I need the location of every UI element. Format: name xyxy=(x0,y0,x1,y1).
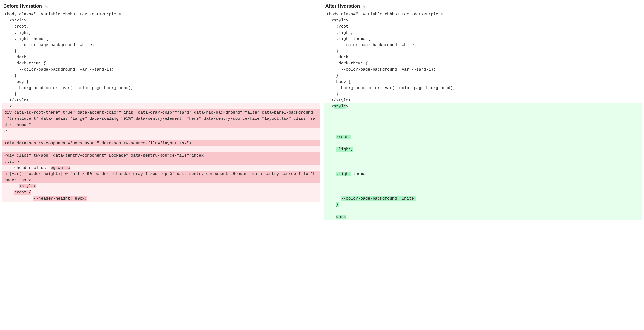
diff-container: Before Hydration <body class="__variable… xyxy=(0,0,644,330)
code-line xyxy=(324,208,642,214)
code-line: <style> xyxy=(324,17,642,23)
code-line: :root { xyxy=(2,189,320,195)
code-line xyxy=(324,140,642,146)
after-title: After Hydration xyxy=(325,3,360,9)
after-pane: After Hydration <body class="__variable_… xyxy=(322,0,644,330)
code-line: background-color: var(--color-page-backg… xyxy=(2,85,320,91)
code-line: <header class="bg-white xyxy=(2,165,320,171)
code-line: } xyxy=(2,73,320,79)
code-line: <style> xyxy=(2,17,320,23)
code-line: background-color: var(--color-page-backg… xyxy=(324,85,642,91)
code-line: --color-page-background: var(--sand-1); xyxy=(2,66,320,73)
code-line: .light-theme { xyxy=(324,36,642,42)
code-line xyxy=(324,128,642,134)
code-line: .light, xyxy=(324,146,642,152)
code-line: body { xyxy=(324,79,642,85)
code-line: :root, xyxy=(324,134,642,140)
code-line: .dark, xyxy=(324,54,642,60)
code-line: --color-page-background: white; xyxy=(324,195,642,202)
code-line: div data-is-root-theme="true" data-accen… xyxy=(2,109,320,128)
code-line: .dark-theme { xyxy=(324,60,642,66)
code-line: .light-theme { xyxy=(324,171,642,177)
code-line: <body class="__variable_ebbb31 text-dark… xyxy=(324,11,642,17)
copy-icon[interactable] xyxy=(362,4,367,9)
code-line xyxy=(324,189,642,195)
code-line: --color-page-background: white; xyxy=(2,42,320,48)
before-pane: Before Hydration <body class="__variable… xyxy=(0,0,322,330)
code-line xyxy=(324,183,642,189)
code-line: --color-page-background: var(--sand-1); xyxy=(324,66,642,73)
code-line: } xyxy=(2,91,320,97)
code-line: --header-height: 80px; xyxy=(2,195,320,202)
code-line xyxy=(324,116,642,122)
code-line: <style> xyxy=(2,183,320,189)
code-line xyxy=(324,165,642,171)
before-code: <body class="__variable_ebbb31 text-dark… xyxy=(2,11,320,202)
code-line: } xyxy=(324,48,642,54)
code-line: } xyxy=(324,73,642,79)
code-line: </style> xyxy=(2,97,320,103)
code-line: --color-page-background: white; xyxy=(324,42,642,48)
code-line: .light-theme { xyxy=(2,36,320,42)
code-line xyxy=(324,159,642,165)
code-line: .dark, xyxy=(2,54,320,60)
code-line: > xyxy=(2,128,320,134)
copy-icon[interactable] xyxy=(44,4,49,9)
code-line xyxy=(324,109,642,116)
code-line: < xyxy=(2,103,320,109)
after-header: After Hydration xyxy=(324,3,642,11)
code-line: <div class="tw-app" data-sentry-componen… xyxy=(2,152,320,159)
code-line: .light, xyxy=(2,30,320,36)
after-code: <body class="__variable_ebbb31 text-dark… xyxy=(324,11,642,220)
code-line: :root, xyxy=(324,23,642,30)
code-line: :root, xyxy=(2,23,320,30)
code-line: dark xyxy=(324,214,642,220)
code-line: } xyxy=(2,48,320,54)
code-line xyxy=(324,122,642,128)
code-line: body { xyxy=(2,79,320,85)
code-line: h-[var(--header-height)] w-full z-50 bor… xyxy=(2,171,320,183)
code-line: </style> xyxy=(324,97,642,103)
code-line: } xyxy=(324,202,642,208)
code-line xyxy=(324,152,642,159)
code-line: .tsx"> xyxy=(2,159,320,165)
code-line: <body class="__variable_ebbb31 text-dark… xyxy=(2,11,320,17)
code-line xyxy=(324,177,642,183)
code-line: <style> xyxy=(324,103,642,109)
code-line: .dark-theme { xyxy=(2,60,320,66)
code-line: } xyxy=(324,91,642,97)
before-title: Before Hydration xyxy=(3,3,42,9)
code-line xyxy=(2,146,320,152)
code-line: <div data-sentry-component="DocsLayout" … xyxy=(2,140,320,146)
before-header: Before Hydration xyxy=(2,3,320,11)
code-line xyxy=(2,134,320,140)
code-line: .light, xyxy=(324,30,642,36)
